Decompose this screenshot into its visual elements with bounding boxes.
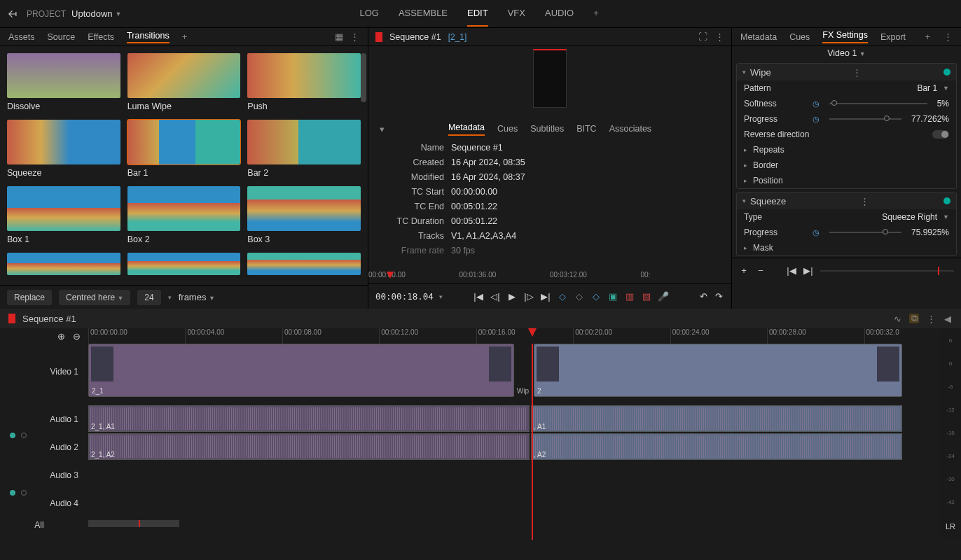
fx-type-row[interactable]: TypeSqueeze Right ▼ [737, 209, 956, 225]
viewer-ruler[interactable]: 00:00:00.0000:01:36.0000:03:12.0000: [368, 271, 731, 284]
fx-wipe-header[interactable]: ▾Wipe ⋮ [737, 64, 956, 80]
undo-icon[interactable]: ↶ [699, 292, 709, 302]
fx-sq-progress-row[interactable]: Progress◷75.9925% [737, 225, 956, 240]
mark-clear-icon[interactable]: ◇ [574, 292, 584, 302]
video-track-1[interactable]: 2_1Wip 2 [88, 344, 961, 400]
fx-pattern-row[interactable]: PatternBar 1 ▼ [737, 80, 956, 96]
timeline-ruler[interactable]: 00:00:00.00 00:00:04.00 00:00:08.00 00:0… [88, 328, 961, 344]
mic-icon[interactable]: 🎤 [658, 292, 668, 302]
transition-box-1[interactable]: Box 1 [7, 186, 120, 244]
fx-add-icon[interactable]: + [739, 266, 749, 276]
tab-vfx[interactable]: VFX [508, 1, 525, 27]
lp-add-tab[interactable]: + [182, 31, 188, 42]
tc-chev-icon[interactable]: ▾ [439, 293, 443, 300]
tab-assemble[interactable]: ASSEMBLE [399, 1, 448, 27]
lp-tab-transitions[interactable]: Transitions [127, 31, 170, 43]
mtab-cues[interactable]: Cues [497, 124, 518, 134]
kf-prev-icon[interactable]: |◀ [787, 266, 796, 276]
transition-box-2[interactable]: Box 2 [127, 186, 241, 244]
transition-box-3[interactable]: Box 3 [247, 186, 361, 244]
transition-more-3[interactable] [247, 253, 361, 275]
audio-clip-1b[interactable]: , A1 [531, 405, 902, 432]
viewer-preview[interactable] [533, 49, 567, 108]
track-label-all[interactable]: All [0, 520, 88, 530]
transition-push[interactable]: Push [247, 53, 361, 111]
transition-bar-1[interactable]: Bar 1 [127, 120, 241, 178]
rp-tab-fx-settings[interactable]: FX Settings [822, 30, 868, 43]
track-label-a1[interactable]: Audio 1 [0, 405, 88, 433]
fx-track-title[interactable]: Video 1 ▼ [732, 46, 961, 62]
timeline-overview[interactable] [88, 517, 961, 533]
add-tab-button[interactable]: + [593, 1, 599, 27]
grid-view-icon[interactable]: ▦ [334, 32, 344, 42]
go-start-icon[interactable]: |◀ [473, 292, 483, 302]
viewer-more-icon[interactable]: ⋮ [714, 32, 724, 42]
transition-luma-wipe[interactable]: Luma Wipe [127, 53, 241, 111]
fx-position-row[interactable]: ▸Position [737, 173, 956, 188]
track-solo-dot[interactable] [21, 433, 27, 438]
more-icon[interactable]: ⋮ [350, 32, 359, 42]
fx-mask-row[interactable]: ▸Mask [737, 240, 956, 255]
rp-more-icon[interactable]: ⋮ [943, 32, 953, 42]
overwrite-icon[interactable]: ▥ [625, 292, 635, 302]
timecode-display[interactable]: 00:00:18.04 [375, 291, 434, 302]
sequence-sub[interactable]: [2_1] [448, 32, 467, 42]
waveform-icon[interactable]: ∿ [892, 314, 902, 323]
audio-track-1[interactable]: 2_1, A1 , A1 [88, 405, 961, 433]
mark-in-icon[interactable]: ◇ [558, 292, 567, 302]
transition-more-2[interactable] [127, 253, 241, 275]
frames-unit-dropdown[interactable]: frames ▼ [179, 292, 215, 302]
viewer-playhead-icon[interactable] [387, 272, 394, 279]
replace-button[interactable]: Replace [7, 290, 52, 305]
collapse-right-icon[interactable]: ◀ [943, 314, 953, 323]
link-icon[interactable]: ⧉ [909, 314, 919, 323]
track-label-v1[interactable]: Video 1 [0, 344, 88, 400]
audio-track-3[interactable] [88, 461, 961, 489]
fx-remove-icon[interactable]: − [756, 266, 766, 276]
mtab-subtitles[interactable]: Subtitles [530, 124, 564, 134]
ripple-icon[interactable]: ▧ [642, 292, 651, 302]
tab-log[interactable]: LOG [359, 1, 378, 27]
fx-softness-row[interactable]: Softness◷5% [737, 96, 956, 111]
rp-add-icon[interactable]: + [925, 31, 930, 42]
tl-more-icon[interactable]: ⋮ [926, 314, 936, 323]
frames-stepper-icon[interactable]: ▾ [168, 294, 172, 301]
audio-track-2[interactable]: 2_1, A2 , A2 [88, 433, 961, 461]
lp-tab-effects[interactable]: Effects [88, 32, 114, 42]
track-active-dot[interactable] [10, 433, 15, 438]
redo-icon[interactable]: ↷ [714, 292, 724, 302]
lp-tab-assets[interactable]: Assets [8, 32, 35, 42]
audio-clip-2a[interactable]: 2_1, A2 [88, 433, 530, 460]
step-fwd-icon[interactable]: |▷ [524, 292, 534, 302]
video-clip-1[interactable]: 2_1Wip [88, 344, 514, 397]
audio-clip-1a[interactable]: 2_1, A1 [88, 405, 530, 432]
track-active-dot[interactable] [10, 490, 15, 496]
tab-audio[interactable]: AUDIO [545, 1, 574, 27]
frames-number[interactable]: 24 [137, 290, 160, 305]
project-name-dropdown[interactable]: Uptodown [71, 8, 113, 19]
lp-tab-source[interactable]: Source [48, 32, 76, 42]
audio-clip-2b[interactable]: , A2 [531, 433, 902, 460]
audio-track-4[interactable] [88, 489, 961, 517]
centred-dropdown[interactable]: Centred here ▼ [59, 290, 130, 305]
fx-repeats-row[interactable]: ▸Repeats [737, 142, 956, 158]
step-back-icon[interactable]: ◁| [490, 292, 500, 302]
zoom-out-icon[interactable]: ⊖ [71, 331, 81, 341]
track-solo-dot[interactable] [21, 490, 27, 496]
fx-border-row[interactable]: ▸Border [737, 158, 956, 173]
mtab-associates[interactable]: Associates [609, 124, 651, 134]
mtab-metadata[interactable]: Metadata [448, 122, 485, 136]
mark-out-icon[interactable]: ◇ [591, 292, 601, 302]
lp-scrollbar[interactable] [361, 53, 366, 102]
transition-dissolve[interactable]: Dissolve [7, 53, 120, 111]
rp-tab-metadata[interactable]: Metadata [740, 32, 777, 42]
transition-squeeze[interactable]: Squeeze [7, 120, 120, 178]
tab-edit[interactable]: EDIT [467, 1, 488, 27]
kf-next-icon[interactable]: ▶| [803, 266, 813, 276]
fx-reverse-row[interactable]: Reverse direction [737, 127, 956, 142]
transition-more-1[interactable] [7, 253, 120, 275]
collapse-icon[interactable]: ▾ [377, 124, 387, 134]
playhead-line[interactable] [532, 344, 533, 540]
playhead-icon[interactable] [528, 328, 537, 337]
fx-squeeze-header[interactable]: ▾Squeeze ⋮ [737, 192, 956, 209]
